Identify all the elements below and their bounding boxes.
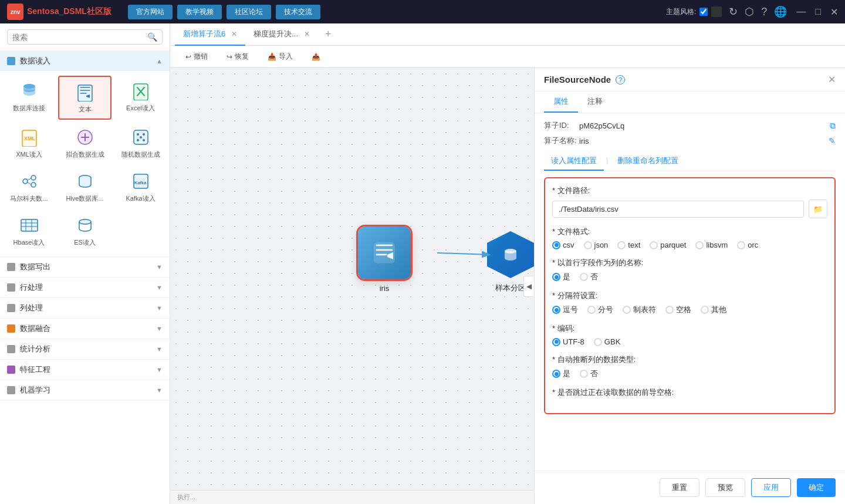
node-sample-label: 样本分区: [495, 283, 526, 293]
radio-circle-header-no[interactable]: [580, 273, 588, 281]
category-header-data-fusion[interactable]: 数据融合 ▼: [0, 319, 170, 339]
tool-item-es[interactable]: ES读入: [58, 210, 111, 252]
category-header-row-processing[interactable]: 行处理 ▼: [0, 278, 170, 297]
window-close-btn[interactable]: ✕: [830, 6, 838, 18]
category-header-ml[interactable]: 机器学习 ▼: [0, 380, 170, 400]
node-iris[interactable]: iris: [358, 226, 411, 293]
radio-circle-header-yes[interactable]: [552, 273, 560, 281]
algo-name-edit-btn[interactable]: ✎: [829, 136, 836, 146]
category-header-feature[interactable]: 特征工程 ▼: [0, 360, 170, 380]
radio-circle-sep-semicolon[interactable]: [587, 306, 596, 314]
preview-btn[interactable]: 预览: [705, 478, 745, 497]
panel-help-btn[interactable]: ?: [616, 75, 625, 84]
tool-item-kafka[interactable]: Kafka Kafka读入: [114, 166, 167, 208]
canvas-collapse-btn[interactable]: ◀: [523, 276, 534, 297]
tool-item-db[interactable]: 数据库连接: [2, 76, 56, 120]
tool-item-gen[interactable]: 拟合数据生成: [58, 122, 111, 164]
radio-circle-infer-yes[interactable]: [552, 370, 560, 378]
category-header-data-input[interactable]: 数据读入 ▲: [0, 51, 170, 71]
radio-circle-text[interactable]: [617, 241, 626, 249]
undo-btn[interactable]: ↩ 撤销: [180, 49, 214, 64]
help-icon[interactable]: ?: [761, 6, 767, 18]
search-input[interactable]: [12, 33, 144, 42]
category-header-stats[interactable]: 统计分析 ▼: [0, 339, 170, 359]
tab-close-gradient[interactable]: ✕: [304, 30, 310, 38]
search-box[interactable]: 🔍: [7, 29, 163, 45]
radio-sep-comma[interactable]: 逗号: [552, 305, 578, 315]
category-header-data-output[interactable]: 数据写出 ▼: [0, 257, 170, 277]
radio-circle-csv[interactable]: [552, 241, 560, 249]
radio-enc-utf8[interactable]: UTF-8: [552, 337, 584, 346]
tool-item-xml[interactable]: XML XML读入: [2, 122, 56, 164]
window-minimize-btn[interactable]: —: [796, 6, 806, 17]
radio-parquet[interactable]: parquet: [650, 241, 686, 249]
radio-circle-json[interactable]: [584, 241, 592, 249]
radio-text[interactable]: text: [617, 241, 640, 249]
algo-id-copy-btn[interactable]: ⧉: [830, 121, 836, 131]
category-header-col-processing[interactable]: 列处理 ▼: [0, 298, 170, 318]
config-tab-delete[interactable]: 删除重命名列配置: [610, 152, 685, 171]
redo-icon: ↪: [227, 53, 232, 61]
nav-btn-official[interactable]: 官方网站: [128, 5, 173, 19]
radio-sep-space[interactable]: 空格: [665, 305, 691, 315]
radio-csv[interactable]: csv: [552, 241, 574, 249]
radio-circle-sep-tab[interactable]: [623, 306, 631, 314]
radio-circle-sep-comma[interactable]: [552, 306, 560, 314]
radio-sep-tab[interactable]: 制表符: [623, 305, 656, 315]
file-browse-btn[interactable]: 📁: [809, 199, 827, 218]
radio-circle-infer-no[interactable]: [580, 370, 588, 378]
config-tab-read[interactable]: 读入属性配置: [544, 152, 604, 171]
tool-item-text[interactable]: 文本: [58, 76, 111, 120]
radio-sep-other[interactable]: 其他: [701, 305, 726, 315]
radio-circle-enc-utf8[interactable]: [552, 338, 560, 346]
node-iris-box[interactable]: [358, 226, 411, 279]
refresh-icon[interactable]: ↻: [729, 5, 738, 18]
radio-circle-sep-space[interactable]: [665, 306, 674, 314]
radio-header-no[interactable]: 否: [580, 272, 598, 282]
panel-tab-notes[interactable]: 注释: [578, 92, 612, 113]
radio-infer-yes[interactable]: 是: [552, 368, 570, 379]
share-icon[interactable]: ⬡: [745, 5, 754, 18]
radio-libsvm[interactable]: libsvm: [695, 241, 728, 249]
radio-circle-parquet[interactable]: [650, 241, 658, 249]
radio-infer-no[interactable]: 否: [580, 368, 598, 379]
radio-sep-semicolon[interactable]: 分号: [587, 305, 613, 315]
panel-close-btn[interactable]: ✕: [828, 74, 836, 85]
canvas-area[interactable]: iris 样本分区: [170, 68, 534, 504]
radio-circle-enc-gbk[interactable]: [594, 338, 602, 346]
radio-circle-libsvm[interactable]: [695, 241, 704, 249]
radio-circle-orc[interactable]: [737, 241, 745, 249]
node-sample-box[interactable]: [487, 231, 534, 278]
radio-orc[interactable]: orc: [737, 241, 758, 249]
window-maximize-btn[interactable]: □: [815, 6, 821, 17]
tool-item-random[interactable]: 随机数据生成: [114, 122, 167, 164]
radio-circle-sep-other[interactable]: [701, 306, 709, 314]
file-path-input[interactable]: [552, 201, 804, 218]
confirm-btn[interactable]: 确定: [797, 478, 836, 497]
radio-enc-gbk[interactable]: GBK: [594, 337, 620, 346]
export-btn[interactable]: 📤: [306, 50, 326, 63]
tool-item-excel[interactable]: Excel读入: [114, 76, 167, 120]
nav-btn-tutorial[interactable]: 教学视频: [177, 5, 222, 19]
nav-btn-community[interactable]: 社区论坛: [227, 5, 271, 19]
tab-gradient[interactable]: 梯度提升决... ✕: [245, 23, 318, 46]
panel-tab-attrs[interactable]: 属性: [544, 92, 578, 113]
globe-icon[interactable]: 🌐: [774, 5, 787, 18]
tool-item-hbase[interactable]: Hbase读入: [2, 210, 56, 252]
redo-btn[interactable]: ↪ 恢复: [221, 49, 255, 64]
theme-dark-swatch[interactable]: [711, 6, 722, 17]
nav-btn-exchange[interactable]: 技术交流: [276, 5, 320, 19]
reset-btn[interactable]: 重置: [660, 478, 699, 497]
tool-item-hive[interactable]: Hive数据库...: [58, 166, 111, 208]
theme-checkbox[interactable]: [699, 8, 708, 16]
tab-new-flow[interactable]: 新增算子流6 ✕: [175, 23, 245, 46]
apply-btn[interactable]: 应用: [751, 478, 791, 497]
radio-header-yes[interactable]: 是: [552, 272, 570, 282]
radio-json[interactable]: json: [584, 241, 609, 249]
form-label-file-path: * 文件路径:: [552, 185, 827, 196]
tab-add-btn[interactable]: +: [318, 28, 339, 40]
tool-item-markov[interactable]: 马尔科夫数...: [2, 166, 56, 208]
import-btn[interactable]: 📥 导入: [262, 49, 299, 64]
svg-text:XML: XML: [24, 136, 36, 141]
tab-close-new-flow[interactable]: ✕: [231, 30, 237, 38]
